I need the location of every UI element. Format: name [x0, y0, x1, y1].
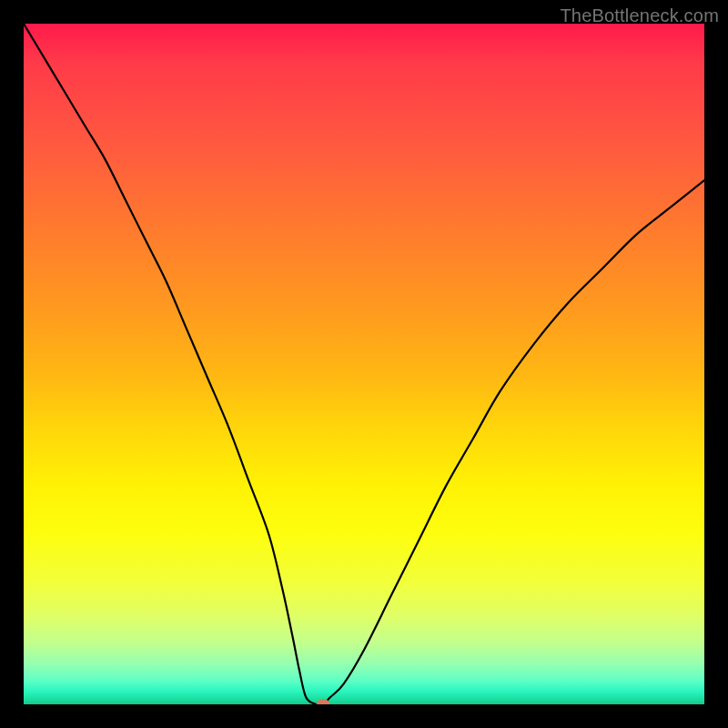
chart-svg: [24, 24, 704, 704]
watermark-text: TheBottleneck.com: [560, 5, 719, 26]
chart-frame: TheBottleneck.com: [0, 0, 728, 728]
plot-area: [24, 24, 704, 704]
bottleneck-curve: [24, 24, 704, 704]
